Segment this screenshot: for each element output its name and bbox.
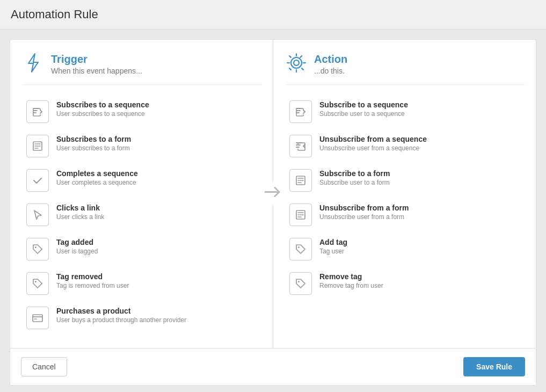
column-divider [273,40,273,348]
trigger-item-icon-subscribes-form [26,135,49,157]
action-icon [286,53,307,76]
action-item-icon-unsubscribe-form [289,204,312,226]
action-column: Action ...do this. Subscribe to a sequen… [273,40,536,348]
trigger-title: Trigger [51,53,142,66]
trigger-item-text-subscribes-sequence: Subscribes to a sequence User subscribes… [56,100,149,118]
trigger-item-sub-purchases-product: User buys a product through another prov… [56,316,186,324]
trigger-icon [23,53,43,76]
trigger-item-subscribes-form[interactable]: Subscribes to a form User subscribes to … [23,129,262,163]
main-card: Trigger When this event happens... Subsc… [10,39,536,386]
svg-point-6 [291,57,302,68]
save-rule-button[interactable]: Save Rule [463,357,525,376]
action-item-icon-subscribe-sequence [289,100,312,123]
trigger-item-title-tag-removed: Tag removed [56,272,129,281]
action-item-unsubscribe-sequence[interactable]: Unsubscribe from a sequence Unsubscribe … [286,129,525,163]
trigger-item-clicks-link[interactable]: Clicks a link User clicks a link [23,198,262,232]
action-item-remove-tag[interactable]: Remove tag Remove tag from user [286,266,525,301]
action-item-title-add-tag: Add tag [319,238,347,246]
action-item-title-unsubscribe-form: Unsubscribe from a form [319,204,409,212]
trigger-item-text-purchases-product: Purchases a product User buys a product … [56,307,186,324]
trigger-item-icon-clicks-link [26,204,49,226]
trigger-item-icon-completes-sequence [26,169,49,192]
trigger-item-icon-tag-removed [26,272,49,295]
trigger-item-icon-subscribes-sequence [26,100,49,123]
action-item-subscribe-form[interactable]: Subscribe to a form Subscribe user to a … [286,163,525,198]
trigger-column: Trigger When this event happens... Subsc… [10,40,273,348]
trigger-item-sub-tag-removed: Tag is removed from user [56,282,129,289]
action-header: Action ...do this. [286,53,525,85]
arrow-icon [264,185,282,204]
trigger-item-sub-tag-added: User is tagged [56,248,98,255]
svg-point-5 [294,60,299,66]
svg-point-10 [298,281,300,282]
action-item-text-add-tag: Add tag Tag user [319,238,347,255]
page-body: Trigger When this event happens... Subsc… [0,30,546,392]
trigger-header: Trigger When this event happens... [23,53,262,85]
trigger-item-title-subscribes-sequence: Subscribes to a sequence [56,100,149,109]
page-header: Automation Rule [0,0,546,30]
trigger-item-text-subscribes-form: Subscribes to a form User subscribes to … [56,135,131,152]
action-item-text-subscribe-form: Subscribe to a form Subscribe user to a … [319,169,390,186]
trigger-subtitle: When this event happens... [51,67,142,75]
action-item-text-subscribe-sequence: Subscribe to a sequence Subscribe user t… [319,100,408,118]
footer-bar: Cancel Save Rule [10,348,536,385]
action-item-unsubscribe-form[interactable]: Unsubscribe from a form Unsubscribe user… [286,198,525,232]
action-title: Action [314,53,347,66]
action-item-sub-subscribe-sequence: Subscribe user to a sequence [319,110,408,118]
trigger-header-text: Trigger When this event happens... [51,53,142,75]
cancel-button[interactable]: Cancel [21,357,67,376]
action-item-icon-add-tag [289,238,312,260]
action-list: Subscribe to a sequence Subscribe user t… [286,95,525,301]
action-item-sub-unsubscribe-sequence: Unsubscribe user from a sequence [319,144,427,152]
trigger-item-text-completes-sequence: Completes a sequence User completes a se… [56,169,138,186]
trigger-item-sub-completes-sequence: User completes a sequence [56,179,138,186]
svg-point-3 [35,281,37,282]
action-item-text-unsubscribe-sequence: Unsubscribe from a sequence Unsubscribe … [319,135,427,152]
trigger-item-text-tag-added: Tag added User is tagged [56,238,98,255]
action-item-title-subscribe-form: Subscribe to a form [319,169,390,178]
action-item-text-remove-tag: Remove tag Remove tag from user [319,272,383,289]
action-item-title-remove-tag: Remove tag [319,272,383,281]
trigger-item-title-purchases-product: Purchases a product [56,307,186,315]
svg-marker-0 [28,54,38,72]
trigger-item-sub-clicks-link: User clicks a link [56,213,104,221]
trigger-item-title-tag-added: Tag added [56,238,98,246]
trigger-item-icon-purchases-product [26,307,49,329]
trigger-item-sub-subscribes-form: User subscribes to a form [56,144,131,152]
trigger-item-text-tag-removed: Tag removed Tag is removed from user [56,272,129,289]
action-item-title-subscribe-sequence: Subscribe to a sequence [319,100,408,109]
action-item-icon-subscribe-form [289,169,312,192]
trigger-item-title-completes-sequence: Completes a sequence [56,169,138,178]
action-subtitle: ...do this. [314,67,347,75]
trigger-item-title-clicks-link: Clicks a link [56,204,104,212]
action-item-sub-add-tag: Tag user [319,248,347,255]
svg-point-9 [298,246,300,248]
arrow-container [262,183,285,206]
action-item-sub-remove-tag: Remove tag from user [319,282,383,289]
action-header-text: Action ...do this. [314,53,347,75]
action-item-sub-unsubscribe-form: Unsubscribe user from a form [319,213,409,221]
action-item-title-unsubscribe-sequence: Unsubscribe from a sequence [319,135,427,143]
action-item-text-unsubscribe-form: Unsubscribe from a form Unsubscribe user… [319,204,409,221]
svg-rect-4 [33,315,42,322]
trigger-item-tag-removed[interactable]: Tag removed Tag is removed from user [23,266,262,301]
action-item-sub-subscribe-form: Subscribe user to a form [319,179,390,186]
action-item-subscribe-sequence[interactable]: Subscribe to a sequence Subscribe user t… [286,95,525,129]
trigger-list: Subscribes to a sequence User subscribes… [23,95,262,335]
action-item-add-tag[interactable]: Add tag Tag user [286,232,525,266]
trigger-item-title-subscribes-form: Subscribes to a form [56,135,131,143]
trigger-item-tag-added[interactable]: Tag added User is tagged [23,232,262,266]
trigger-item-sub-subscribes-sequence: User subscribes to a sequence [56,110,149,118]
trigger-item-icon-tag-added [26,238,49,260]
trigger-item-purchases-product[interactable]: Purchases a product User buys a product … [23,301,262,335]
trigger-item-completes-sequence[interactable]: Completes a sequence User completes a se… [23,163,262,198]
columns-wrapper: Trigger When this event happens... Subsc… [10,40,536,348]
trigger-item-text-clicks-link: Clicks a link User clicks a link [56,204,104,221]
svg-point-2 [35,246,37,248]
page-title: Automation Rule [11,8,535,21]
action-item-icon-remove-tag [289,272,312,295]
action-item-icon-unsubscribe-sequence [289,135,312,157]
trigger-item-subscribes-sequence[interactable]: Subscribes to a sequence User subscribes… [23,95,262,129]
